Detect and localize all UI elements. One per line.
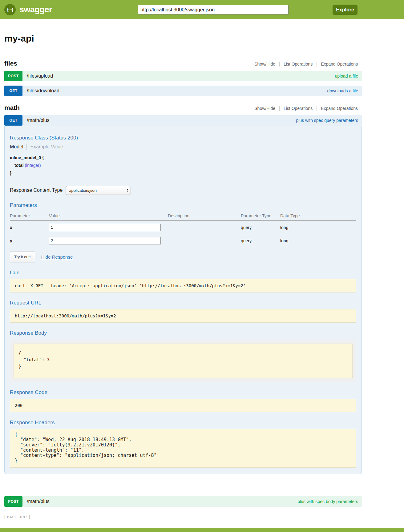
section-title-files: files	[4, 60, 17, 67]
operation-summary: plus with spec body parameters	[297, 499, 358, 504]
operation-summary: upload a file	[335, 74, 358, 79]
operation-path: /math/plus	[27, 118, 50, 123]
operation-row-post-math-plus[interactable]: POST /math/plus plus with spec body para…	[4, 496, 362, 507]
operation-get-math-plus: GET /math/plus plus with spec query para…	[4, 115, 362, 474]
parameters-table-header-row: Parameter Value Description Parameter Ty…	[10, 212, 356, 221]
json-key: "total":	[18, 357, 47, 362]
show-hide-link[interactable]: Show/Hide	[250, 62, 279, 66]
column-header-value: Value	[49, 212, 168, 221]
json-value: 3	[47, 357, 50, 362]
parameter-x-input[interactable]	[49, 224, 161, 231]
operation-path: /files/upload	[27, 73, 53, 79]
model-close-brace: }	[10, 169, 356, 177]
files-section-links: Show/Hide List Operations Expand Operati…	[250, 62, 362, 66]
column-header-parameter-type: Parameter Type	[241, 212, 280, 221]
model-tabs: Model Example Value	[10, 144, 356, 150]
response-headers-heading: Response Headers	[10, 420, 356, 426]
list-operations-link[interactable]: List Operations	[279, 62, 317, 66]
json-close-brace: }	[18, 364, 21, 369]
response-content-type-select[interactable]: application/json ▲ ▼	[66, 186, 131, 195]
parameter-data-type: long	[280, 234, 356, 247]
column-header-data-type: Data Type	[280, 212, 356, 221]
math-section-links: Show/Hide List Operations Expand Operati…	[250, 106, 362, 111]
response-content-type-value: application/json	[69, 188, 97, 193]
main-content: my-api files Show/Hide List Operations E…	[4, 33, 362, 507]
base-url-footer: [ BASE URL: ]	[4, 514, 404, 519]
method-badge-get: GET	[4, 86, 22, 96]
operation-row-get-math-plus[interactable]: GET /math/plus plus with spec query para…	[4, 115, 362, 126]
page-title: my-api	[4, 33, 362, 44]
model-field: total (integer)	[10, 162, 356, 169]
column-header-description: Description	[168, 212, 241, 221]
parameter-row-x: x query long	[10, 221, 356, 234]
arrow-down-icon: ▼	[126, 190, 128, 192]
parameter-description	[168, 221, 241, 234]
select-arrows-icon: ▲ ▼	[126, 188, 128, 192]
hide-response-link[interactable]: Hide Response	[41, 254, 73, 260]
operation-detail-panel: Response Class (Status 200) Model Exampl…	[4, 126, 362, 474]
parameter-row-y: y query long	[10, 234, 356, 247]
swagger-braces-glyph: {···}	[7, 7, 13, 12]
expand-operations-link[interactable]: Expand Operations	[317, 106, 362, 111]
model-field-type: (integer)	[25, 163, 41, 168]
operation-row-post-files-upload[interactable]: POST /files/upload upload a file	[4, 71, 362, 81]
json-open-brace: {	[18, 351, 21, 356]
try-it-out-button[interactable]: Try it out!	[10, 252, 35, 262]
bracket-open: [	[4, 514, 6, 519]
parameter-description	[168, 234, 241, 247]
bracket-close: ]	[29, 514, 30, 519]
tab-example-value[interactable]: Example Value	[26, 144, 63, 150]
curl-command-box: curl -X GET --header 'Accept: applicatio…	[10, 279, 356, 292]
response-body-container: { "total": 3 }	[10, 340, 356, 382]
request-url-heading: Request URL	[10, 300, 356, 306]
swagger-logo[interactable]: {···} swagger	[4, 0, 52, 19]
operation-summary: plus with spec query parameters	[296, 118, 358, 123]
operation-path: /files/download	[27, 88, 59, 94]
parameters-heading: Parameters	[10, 202, 356, 208]
base-url-label: BASE URL:	[7, 515, 27, 519]
math-section-header: math Show/Hide List Operations Expand Op…	[4, 104, 362, 111]
column-header-parameter: Parameter	[10, 212, 49, 221]
method-badge-get: GET	[4, 115, 22, 126]
request-url-box: http://localhost:3000/math/plus?x=1&y=2	[10, 309, 356, 323]
explore-button[interactable]: Explore	[333, 5, 358, 15]
response-body-box: { "total": 3 }	[14, 344, 353, 378]
method-badge-post: POST	[4, 496, 22, 507]
bottom-green-bar	[0, 528, 404, 532]
tab-model[interactable]: Model	[10, 144, 23, 150]
method-badge-post: POST	[4, 71, 22, 81]
parameter-name: y	[10, 234, 49, 247]
swagger-braces-icon: {···}	[4, 4, 16, 15]
parameter-y-input[interactable]	[49, 237, 161, 244]
response-headers-box: { "date": "Wed, 22 Aug 2018 18:49:13 GMT…	[10, 429, 356, 468]
response-body-heading: Response Body	[10, 330, 356, 336]
list-operations-link[interactable]: List Operations	[279, 106, 317, 111]
section-title-math: math	[4, 104, 20, 111]
model-field-name: total	[14, 163, 24, 168]
operation-summary: downloads a file	[327, 88, 358, 93]
response-code-heading: Response Code	[10, 389, 356, 396]
response-class-heading: Response Class (Status 200)	[10, 135, 356, 141]
parameters-table: Parameter Value Description Parameter Ty…	[10, 212, 356, 247]
parameter-name: x	[10, 221, 49, 234]
parameter-type: query	[241, 221, 280, 234]
parameter-type: query	[241, 234, 280, 247]
model-signature: inline_model_0 { total (integer) }	[10, 154, 356, 177]
response-content-type-label: Response Content Type	[10, 187, 63, 193]
brand-title: swagger	[19, 5, 52, 14]
files-section-header: files Show/Hide List Operations Expand O…	[4, 60, 362, 67]
model-name: inline_model_0 {	[10, 154, 356, 162]
response-code-box: 200	[10, 399, 356, 412]
operation-path: /math/plus	[27, 499, 50, 504]
show-hide-link[interactable]: Show/Hide	[250, 106, 279, 111]
curl-heading: Curl	[10, 270, 356, 276]
api-url-input[interactable]	[138, 5, 289, 14]
operation-row-get-files-download[interactable]: GET /files/download downloads a file	[4, 86, 362, 96]
parameter-data-type: long	[280, 221, 356, 234]
expand-operations-link[interactable]: Expand Operations	[317, 62, 362, 66]
try-it-out-row: Try it out! Hide Response	[10, 252, 356, 262]
top-header: {···} swagger Explore	[0, 0, 404, 19]
response-content-type-row: Response Content Type application/json ▲…	[10, 186, 356, 195]
